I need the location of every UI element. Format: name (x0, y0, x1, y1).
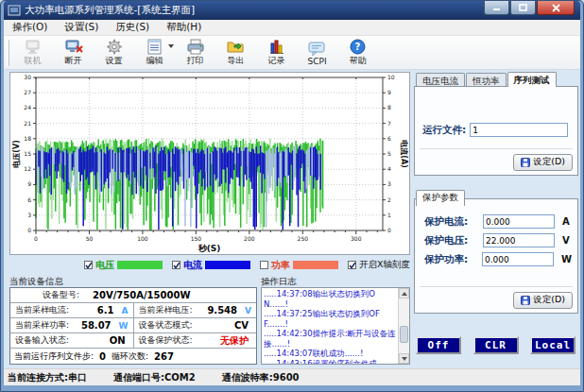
toolbar-label: 打印 (187, 55, 204, 67)
cell-label: 当前采样电压: (134, 304, 193, 316)
toolbar-label: 设置 (106, 55, 123, 67)
svg-text:150: 150 (191, 235, 202, 242)
menu-item-3[interactable]: 帮助(H) (158, 20, 210, 35)
cell-unit: V (245, 306, 251, 315)
legend-checkbox-2[interactable] (260, 261, 268, 269)
device-info-row: 当前采样功率:58.07W设备状态模式:CV (10, 318, 256, 333)
protection-set-button[interactable]: 设定(D) (513, 292, 573, 309)
off-button[interactable]: Off (416, 336, 461, 354)
svg-text:8: 8 (387, 104, 391, 111)
protection-field-input[interactable] (482, 252, 554, 266)
svg-text:0: 0 (34, 235, 38, 242)
toolbar-label: 帮助 (350, 55, 367, 67)
device-info-cell: 设备保护状态:无保护 (133, 333, 257, 348)
device-info-table: 设备型号:20V/750A/15000W当前采样电流:6.1A当前采样电压:9.… (9, 287, 257, 365)
toolbar-help-button[interactable]: ?帮助 (337, 37, 378, 69)
run-file-label: 运行文件: (422, 124, 466, 137)
log-scrollbar[interactable] (398, 288, 409, 364)
svg-text:30: 30 (24, 74, 31, 80)
device-info-cell: 当前采样功率:58.07W (10, 318, 133, 332)
cell-unit: W (119, 321, 129, 331)
legend-item-2: 功率 (260, 259, 338, 272)
protection-field-unit: V (562, 235, 570, 246)
log-entry: .....14:43:16设置的序列文件成功.......! (264, 359, 397, 366)
svg-text:12: 12 (24, 165, 31, 172)
toolbar-record-button[interactable]: 记录 (256, 37, 297, 69)
svg-text:4: 4 (387, 165, 391, 172)
protection-field-input[interactable] (483, 214, 555, 229)
minimize-button[interactable] (484, 1, 509, 15)
device-info-row: 设备输入状态:ON设备保护状态:无保护 (10, 333, 256, 349)
legend-swatch (205, 261, 250, 269)
svg-text:24: 24 (24, 104, 31, 111)
svg-text:27: 27 (24, 89, 31, 95)
toolbar-grip[interactable] (7, 40, 9, 66)
toolbar-label: 联机 (25, 55, 42, 67)
svg-text:50: 50 (86, 235, 94, 242)
svg-text:21: 21 (24, 120, 31, 127)
scrollbar-thumb[interactable] (400, 326, 408, 343)
svg-text:0: 0 (27, 227, 31, 233)
toolbar-edit-button[interactable]: 编辑 (134, 37, 175, 69)
toolbar-disconnect-button[interactable]: 断开 (53, 37, 94, 69)
menu-item-0[interactable]: 操作(O) (4, 20, 56, 35)
device-info-cell: 当前采样电压:9.548V (133, 303, 257, 317)
legend-checkbox-0[interactable] (84, 261, 93, 269)
toolbar: 联机断开设置编辑打印导出记录SCPI?帮助 (4, 36, 580, 70)
log-entry: .....14:43:07联机成功......! (264, 349, 397, 359)
loop-count-label: 循环次数: (112, 350, 148, 363)
menu-item-2[interactable]: 历史(S) (107, 20, 158, 35)
axis-toggle-checkbox[interactable] (348, 261, 356, 269)
protection-field-2: 保护功率:W (424, 252, 572, 266)
toolbar-label: 断开 (65, 55, 82, 67)
toolbar-print-button[interactable]: 打印 (175, 37, 215, 69)
menubar: 操作(O)设置(S)历史(S)帮助(H) (4, 20, 580, 36)
scroll-down-icon[interactable] (399, 353, 409, 364)
svg-text:3: 3 (27, 212, 31, 218)
cell-value: 6.1 (97, 305, 114, 315)
settings-icon (106, 38, 123, 55)
log-entry: .....14:37:25输出状态切换到OFF.......! (264, 309, 397, 329)
legend-item-0: 电压 (84, 259, 163, 272)
help-icon: ? (350, 38, 366, 55)
axis-toggle-label: 开启X轴刻度 (359, 259, 410, 271)
app-window: 大功率电源系列管理系统-[系统主界面] 操作(O)设置(S)历史(S)帮助(H)… (0, 0, 584, 392)
cell-unit: A (122, 306, 129, 315)
tab-2[interactable]: 序列测试 (507, 72, 557, 87)
local-button[interactable]: Local (530, 336, 575, 354)
protection-tab: 保护参数 (416, 190, 465, 206)
run-file-input[interactable] (470, 123, 568, 137)
protection-field-1: 保护电压:V (424, 233, 572, 247)
toolbar-export-button[interactable]: 导出 (215, 37, 256, 69)
legend-checkbox-1[interactable] (172, 261, 180, 269)
toolbar-connect-button[interactable]: 联机 (12, 37, 53, 69)
save-icon (521, 158, 530, 167)
device-info-cell: 设备状态模式:CV (133, 318, 257, 332)
close-button[interactable] (537, 1, 575, 15)
clr-button[interactable]: CLR (473, 336, 519, 354)
toolbar-scpi-button[interactable]: SCPI (297, 37, 337, 69)
menu-item-1[interactable]: 设置(S) (56, 20, 107, 35)
scpi-icon (308, 40, 326, 57)
status-item-2: 通信波特率:9600 (222, 371, 300, 384)
app-icon (8, 4, 21, 17)
dropdown-arrow-icon[interactable] (168, 44, 174, 48)
cell-label: 设备状态模式: (134, 319, 193, 332)
cell-label: 设备保护状态: (134, 334, 193, 347)
toolbar-settings-button[interactable]: 设置 (94, 37, 134, 69)
protection-field-input[interactable] (483, 233, 555, 247)
svg-text:秒(S): 秒(S) (198, 244, 221, 253)
sequence-set-button[interactable]: 设定(D) (513, 154, 573, 171)
maximize-button[interactable] (510, 1, 536, 15)
status-bar: 当前连接方式:串口通信端口号:COM2通信波特率:9600 (4, 368, 580, 385)
record-icon (268, 38, 285, 55)
sequence-set-label: 设定(D) (533, 156, 565, 168)
cell-label: 设备输入状态: (10, 334, 69, 347)
save-icon (521, 296, 530, 305)
scroll-up-icon[interactable] (399, 288, 409, 298)
svg-text:15: 15 (24, 150, 31, 157)
operation-log-panel: 操作日志 .....14:37:08输出状态切换到ON......!.....1… (261, 276, 410, 366)
sequence-step-row: 当前运行序列文件步:0循环次数:267 (10, 349, 256, 364)
telemetry-chart: 0369121518212427300123456789100501001502… (10, 73, 409, 254)
chart-panel: 0369121518212427300123456789100501001502… (9, 72, 410, 255)
